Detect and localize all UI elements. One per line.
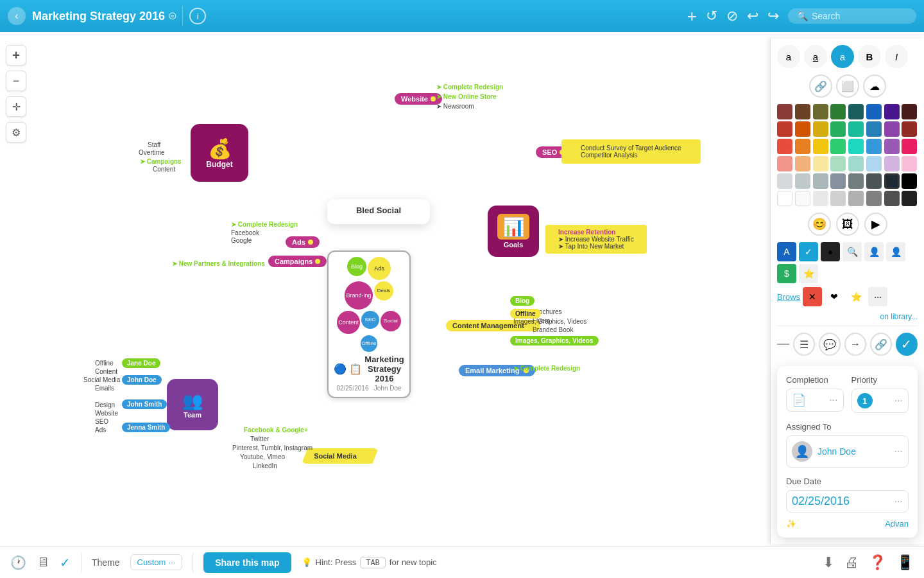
download-icon[interactable]: ⬇	[823, 554, 834, 571]
color-swatch[interactable]	[813, 191, 828, 206]
color-swatch[interactable]	[830, 104, 846, 119]
assigned-dots[interactable]: ···	[894, 446, 903, 457]
color-swatch[interactable]	[866, 173, 882, 189]
custom-theme-button[interactable]: Custom ···	[130, 554, 183, 570]
add-button[interactable]: +	[687, 6, 697, 26]
color-swatch[interactable]	[813, 139, 828, 154]
color-swatch[interactable]	[830, 173, 846, 189]
team-node[interactable]: 👥 Team	[167, 379, 218, 430]
color-swatch[interactable]	[884, 104, 900, 119]
screen-icon[interactable]: 🖥	[37, 555, 49, 570]
redo-button[interactable]: ↪	[767, 8, 779, 24]
due-item[interactable]: 02/25/2016 ···	[786, 490, 909, 512]
color-swatch[interactable]	[830, 139, 846, 154]
sm-branch-3[interactable]: Pinterest, Tumblr, Instagram	[232, 444, 312, 451]
team-branch-design[interactable]: Design	[95, 401, 115, 408]
social-media-node[interactable]: Social Media	[302, 448, 379, 464]
color-swatch[interactable]	[884, 139, 900, 154]
color-swatch[interactable]	[902, 121, 917, 137]
goals-increase-retention[interactable]: Increase Retention	[558, 229, 634, 236]
color-swatch[interactable]	[866, 104, 882, 119]
ws-branch-1[interactable]: ➤ Complete Redesign	[436, 83, 503, 91]
color-swatch[interactable]	[866, 191, 882, 206]
color-swatch-black[interactable]	[902, 173, 917, 189]
color-swatch[interactable]	[848, 121, 864, 137]
ws-branch-2[interactable]: ➤ New Online Store	[436, 93, 497, 100]
crosshair-button[interactable]: ✛	[6, 96, 26, 117]
color-swatch[interactable]	[866, 121, 882, 137]
sm-branch-5[interactable]: LinkedIn	[253, 462, 277, 469]
color-swatch[interactable]	[777, 104, 792, 119]
sticker-person[interactable]: 👤	[864, 242, 884, 261]
goals-new-market[interactable]: ➤ Tap Into New Market	[558, 243, 634, 250]
ws-branch-3[interactable]: ➤ Newsroom	[436, 103, 474, 110]
budget-branch-campaigns[interactable]: ➤ Campaigns	[140, 158, 182, 165]
goals-node[interactable]: 📊 Goals	[488, 206, 539, 257]
font-bold-btn[interactable]: B	[858, 45, 881, 68]
sticker-dots[interactable]: ···	[868, 287, 887, 306]
link-icon[interactable]: 🔗	[809, 74, 832, 98]
sticker-x[interactable]: ✕	[803, 287, 822, 306]
info-button[interactable]: i	[189, 8, 206, 24]
sticker-2[interactable]: ✓	[799, 242, 818, 261]
font-underline-btn[interactable]: a	[804, 45, 827, 68]
font-normal-btn[interactable]: a	[777, 45, 800, 68]
search-input[interactable]	[812, 11, 908, 21]
team-branch-seo[interactable]: SEO	[95, 418, 108, 425]
zoom-out-button[interactable]: −	[6, 71, 26, 91]
sticker-star2[interactable]: ⭐	[846, 287, 866, 306]
color-swatch[interactable]	[777, 156, 792, 171]
cm-offline-chip[interactable]: Offline	[510, 307, 541, 319]
seo-branch-1[interactable]: Conduct Survey of Target Audience	[581, 144, 681, 152]
seo-branch-2[interactable]: Competitor Analysis	[581, 152, 681, 159]
sticker-dollar[interactable]: $	[777, 264, 796, 283]
confirm-btn[interactable]: ✓	[896, 333, 918, 356]
frame-icon[interactable]: ⬜	[836, 74, 859, 98]
cm-images-chip[interactable]: Images, Graphics, Videos	[510, 334, 599, 346]
color-swatch-selected[interactable]	[884, 173, 900, 189]
image-button[interactable]: 🖼	[836, 213, 859, 236]
color-swatch[interactable]	[902, 191, 917, 206]
camp-branch-2[interactable]: Facebook	[231, 229, 259, 236]
sticker-1[interactable]: A	[777, 242, 796, 261]
person-john[interactable]: John Doe	[122, 375, 162, 385]
color-swatch[interactable]	[884, 156, 900, 171]
sticker-3[interactable]: ●	[821, 242, 840, 261]
color-swatch[interactable]	[795, 173, 810, 189]
color-swatch[interactable]	[848, 139, 864, 154]
color-swatch[interactable]	[902, 139, 917, 154]
print-icon[interactable]: 🖨	[844, 554, 859, 571]
color-swatch[interactable]	[813, 104, 828, 119]
goals-website-traffic[interactable]: ➤ Increase Website Traffic	[558, 236, 634, 243]
completion-item[interactable]: 📄 ···	[786, 389, 844, 412]
magic-button[interactable]: ✨	[786, 519, 796, 529]
video-button[interactable]: ▶	[864, 213, 887, 236]
color-swatch[interactable]	[795, 139, 810, 154]
sticker-person2[interactable]: 👤	[886, 242, 905, 261]
check-icon[interactable]: ✓	[60, 555, 71, 570]
team-branch-social[interactable]: Social Media	[83, 376, 120, 383]
campaigns-chip[interactable]: Campaigns	[268, 256, 327, 267]
help-icon[interactable]: ❓	[869, 554, 886, 571]
comment-btn[interactable]: 💬	[819, 333, 841, 356]
font-circle-btn[interactable]: a	[831, 45, 854, 68]
budget-branch-overtime[interactable]: Overtime	[139, 149, 165, 156]
browse-text[interactable]: Brows	[777, 292, 800, 302]
color-swatch[interactable]	[830, 121, 846, 137]
color-swatch[interactable]	[884, 121, 900, 137]
refresh-button[interactable]: ↺	[706, 8, 717, 24]
person-johnsmith[interactable]: John Smith	[122, 399, 167, 409]
camp-branch-1[interactable]: ➤ Complete Redesign	[231, 221, 298, 228]
priority-dots[interactable]: ···	[894, 395, 903, 407]
zoom-in-button[interactable]: +	[6, 45, 26, 66]
color-swatch-white[interactable]	[777, 191, 792, 206]
team-branch-ads[interactable]: Ads	[95, 426, 106, 434]
color-swatch[interactable]	[777, 139, 792, 154]
em-branch-1[interactable]: ➤ Complete Redesign	[513, 365, 580, 372]
color-swatch[interactable]	[777, 121, 792, 137]
sm-branch-4[interactable]: Youtube, Vimeo	[240, 453, 285, 460]
completion-dots[interactable]: ···	[829, 394, 837, 406]
color-swatch[interactable]	[902, 104, 917, 119]
team-branch-content[interactable]: Content	[95, 368, 117, 375]
person-jane[interactable]: Jane Doe	[122, 358, 160, 368]
